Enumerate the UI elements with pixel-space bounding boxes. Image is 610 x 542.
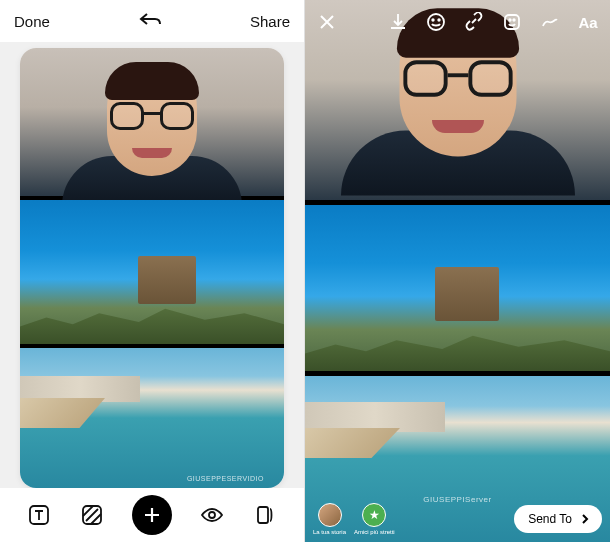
text-icon[interactable]: Aa	[576, 10, 600, 34]
collage-editor-screen: Done Share	[0, 0, 305, 542]
your-story-label: La tua storia	[313, 529, 346, 535]
canvas-area: GIUSEPPESERVIDIO	[0, 42, 304, 488]
story-canvas[interactable]: GIUSEPPIServer	[305, 0, 610, 542]
svg-point-4	[428, 14, 444, 30]
editor-toolbar	[0, 488, 304, 542]
send-to-button[interactable]: Send To	[514, 505, 602, 533]
text-tool-icon[interactable]	[25, 501, 53, 529]
done-button[interactable]: Done	[14, 13, 50, 30]
story-photo-castle	[305, 200, 610, 376]
story-composer-screen: GIUSEPPIServer	[305, 0, 610, 542]
svg-point-6	[438, 19, 440, 21]
share-button[interactable]: Share	[250, 13, 290, 30]
add-button[interactable]	[132, 495, 172, 535]
svg-rect-3	[258, 507, 268, 523]
preview-tool-icon[interactable]	[198, 501, 226, 529]
svg-point-2	[209, 512, 215, 518]
story-bottom-bar: La tua storia ★ Amici più stretti Send T…	[305, 496, 610, 542]
chevron-right-icon	[578, 512, 592, 526]
pattern-tool-icon[interactable]	[78, 501, 106, 529]
close-friends-target[interactable]: ★ Amici più stretti	[354, 503, 395, 535]
sticker-icon[interactable]	[424, 10, 448, 34]
watermark-text: GIUSEPPESERVIDIO	[187, 475, 264, 482]
story-top-bar: Aa	[305, 0, 610, 44]
close-friends-label: Amici più stretti	[354, 529, 395, 535]
collage-photo-portrait[interactable]	[20, 48, 284, 200]
svg-rect-7	[505, 15, 519, 29]
collage-card[interactable]: GIUSEPPESERVIDIO	[20, 48, 284, 488]
your-story-target[interactable]: La tua storia	[313, 503, 346, 535]
svg-point-9	[513, 19, 515, 21]
avatar-icon	[318, 503, 342, 527]
collage-photo-seaside[interactable]: GIUSEPPESERVIDIO	[20, 348, 284, 488]
draw-icon[interactable]	[538, 10, 562, 34]
undo-button[interactable]	[139, 10, 161, 33]
link-icon[interactable]	[462, 10, 486, 34]
download-icon[interactable]	[386, 10, 410, 34]
editor-header: Done Share	[0, 0, 304, 42]
close-friends-icon: ★	[362, 503, 386, 527]
effects-icon[interactable]	[500, 10, 524, 34]
svg-point-8	[509, 19, 511, 21]
collage-photo-castle[interactable]	[20, 200, 284, 348]
svg-point-5	[432, 19, 434, 21]
close-icon[interactable]	[315, 10, 339, 34]
send-to-label: Send To	[528, 512, 572, 526]
layout-tool-icon[interactable]	[251, 501, 279, 529]
